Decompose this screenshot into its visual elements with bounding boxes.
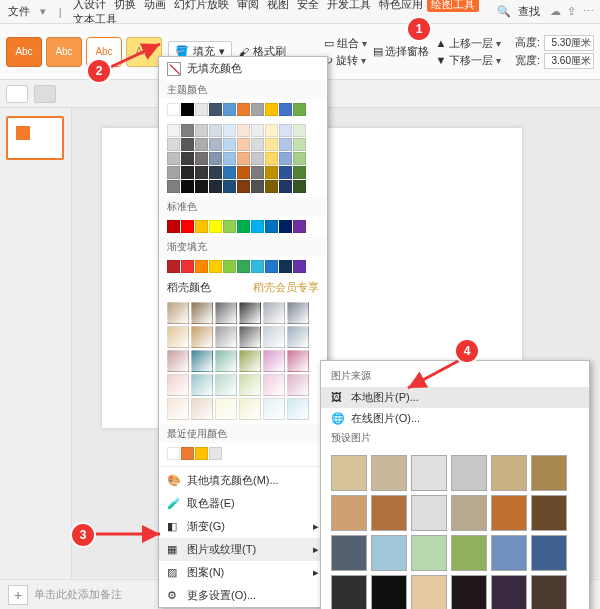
color-swatch[interactable]	[167, 220, 180, 233]
texture-swatch[interactable]	[371, 495, 407, 531]
gradient-swatch[interactable]	[215, 398, 237, 420]
gradient-swatch[interactable]	[263, 350, 285, 372]
share-icon[interactable]: ⇪	[565, 4, 580, 20]
color-swatch[interactable]	[195, 180, 208, 193]
gradient-swatch[interactable]	[263, 374, 285, 396]
color-swatch[interactable]	[265, 138, 278, 151]
rotate-button[interactable]: ↻ 旋转 ▾	[324, 53, 367, 68]
color-swatch[interactable]	[265, 180, 278, 193]
selection-pane-button[interactable]: ▤ 选择窗格	[373, 44, 430, 59]
menu-item-10[interactable]: 文本工具	[69, 11, 121, 25]
color-swatch[interactable]	[181, 166, 194, 179]
color-swatch[interactable]	[237, 166, 250, 179]
color-swatch[interactable]	[251, 124, 264, 137]
eyedropper-item[interactable]: 🧪取色器(E)	[159, 492, 327, 515]
texture-swatch[interactable]	[371, 535, 407, 571]
texture-swatch[interactable]	[331, 575, 367, 609]
color-swatch[interactable]	[195, 260, 208, 273]
thumbnail-view-button[interactable]	[34, 85, 56, 103]
menu-item-5[interactable]: 视图	[263, 0, 293, 12]
color-swatch[interactable]	[195, 138, 208, 151]
color-swatch[interactable]	[195, 447, 208, 460]
texture-swatch[interactable]	[331, 455, 367, 491]
color-swatch[interactable]	[195, 152, 208, 165]
color-swatch[interactable]	[223, 166, 236, 179]
color-swatch[interactable]	[265, 103, 278, 116]
gradient-swatch[interactable]	[287, 398, 309, 420]
gradient-item[interactable]: ◧渐变(G)▸	[159, 515, 327, 538]
color-swatch[interactable]	[265, 220, 278, 233]
shape-style-2[interactable]: Abc	[46, 37, 82, 67]
color-swatch[interactable]	[223, 152, 236, 165]
color-swatch[interactable]	[167, 152, 180, 165]
texture-swatch[interactable]	[531, 535, 567, 571]
color-swatch[interactable]	[237, 152, 250, 165]
texture-swatch[interactable]	[451, 575, 487, 609]
color-swatch[interactable]	[195, 220, 208, 233]
texture-swatch[interactable]	[531, 455, 567, 491]
add-slide-button[interactable]: +	[8, 585, 28, 605]
color-swatch[interactable]	[279, 138, 292, 151]
gradient-swatch[interactable]	[287, 374, 309, 396]
texture-swatch[interactable]	[491, 535, 527, 571]
menu-item-3[interactable]: 幻灯片放映	[170, 0, 233, 12]
color-swatch[interactable]	[223, 220, 236, 233]
color-swatch[interactable]	[209, 152, 222, 165]
color-swatch[interactable]	[265, 152, 278, 165]
texture-swatch[interactable]	[531, 495, 567, 531]
outline-view-button[interactable]	[6, 85, 28, 103]
color-swatch[interactable]	[167, 138, 180, 151]
menu-item-6[interactable]: 安全	[293, 0, 323, 12]
texture-swatch[interactable]	[411, 495, 447, 531]
color-swatch[interactable]	[251, 103, 264, 116]
gradient-swatch[interactable]	[215, 302, 237, 324]
color-swatch[interactable]	[293, 124, 306, 137]
color-swatch[interactable]	[167, 260, 180, 273]
color-swatch[interactable]	[293, 152, 306, 165]
menu-item-7[interactable]: 开发工具	[323, 0, 375, 12]
color-swatch[interactable]	[195, 103, 208, 116]
shape-style-1[interactable]: Abc	[6, 37, 42, 67]
texture-swatch[interactable]	[411, 455, 447, 491]
color-swatch[interactable]	[167, 166, 180, 179]
color-swatch[interactable]	[209, 260, 222, 273]
texture-swatch[interactable]	[531, 575, 567, 609]
gradient-swatch[interactable]	[215, 326, 237, 348]
color-swatch[interactable]	[251, 180, 264, 193]
color-swatch[interactable]	[237, 138, 250, 151]
cloud-icon[interactable]: ☁	[548, 4, 563, 20]
color-swatch[interactable]	[223, 260, 236, 273]
more-icon[interactable]: ⋯	[581, 4, 596, 20]
color-swatch[interactable]	[167, 124, 180, 137]
gradient-swatch[interactable]	[263, 326, 285, 348]
texture-swatch[interactable]	[371, 455, 407, 491]
color-swatch[interactable]	[251, 152, 264, 165]
move-up-button[interactable]: ▲ 上移一层 ▾	[435, 36, 500, 51]
color-swatch[interactable]	[209, 124, 222, 137]
color-swatch[interactable]	[251, 166, 264, 179]
more-fill-colors-item[interactable]: 🎨其他填充颜色(M)...	[159, 469, 327, 492]
gradient-swatch[interactable]	[191, 302, 213, 324]
texture-swatch[interactable]	[411, 575, 447, 609]
online-image-item[interactable]: 🌐在线图片(O)...	[321, 408, 589, 429]
color-swatch[interactable]	[209, 447, 222, 460]
color-swatch[interactable]	[209, 220, 222, 233]
notes-placeholder[interactable]: 单击此处添加备注	[34, 587, 122, 602]
texture-swatch[interactable]	[411, 535, 447, 571]
color-swatch[interactable]	[223, 103, 236, 116]
gradient-swatch[interactable]	[167, 302, 189, 324]
dropdown-icon[interactable]: ▾	[36, 4, 51, 20]
gradient-swatch[interactable]	[167, 374, 189, 396]
texture-swatch[interactable]	[491, 575, 527, 609]
color-swatch[interactable]	[279, 220, 292, 233]
width-input[interactable]	[544, 53, 594, 69]
gradient-swatch[interactable]	[239, 374, 261, 396]
gradient-swatch[interactable]	[239, 326, 261, 348]
gradient-swatch[interactable]	[167, 350, 189, 372]
menu-item-8[interactable]: 特色应用	[375, 0, 427, 12]
color-swatch[interactable]	[293, 180, 306, 193]
texture-swatch[interactable]	[451, 455, 487, 491]
color-swatch[interactable]	[251, 260, 264, 273]
gradient-swatch[interactable]	[215, 350, 237, 372]
gradient-swatch[interactable]	[263, 398, 285, 420]
